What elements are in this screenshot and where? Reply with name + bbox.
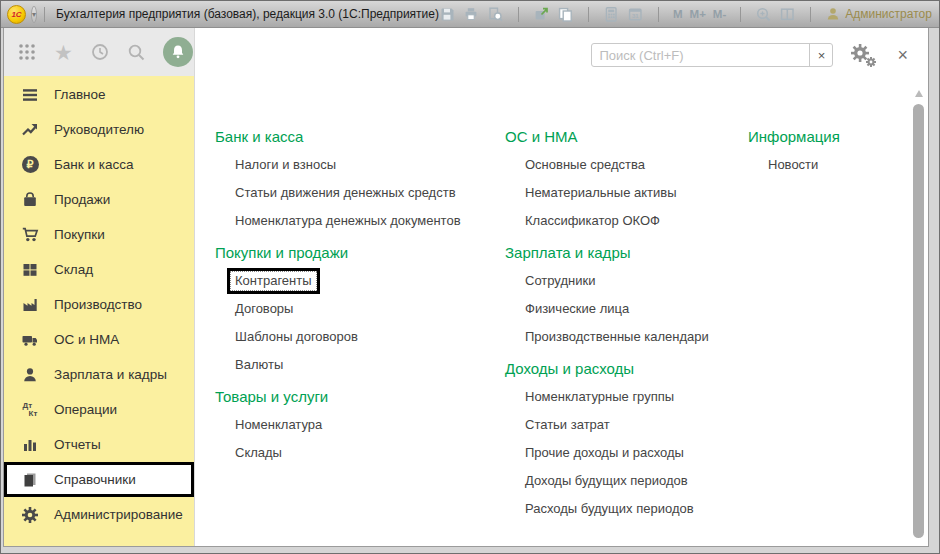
- section-title: Доходы и расходы: [505, 360, 748, 378]
- sidebar-item-label: Руководителю: [54, 122, 144, 137]
- print-icon[interactable]: [463, 6, 480, 23]
- window-title: Бухгалтерия предприятия (базовая), редак…: [56, 7, 439, 21]
- favorites-star-icon[interactable]: ★: [54, 42, 73, 63]
- content-link[interactable]: Валюты: [235, 357, 505, 373]
- sidebar-item-main[interactable]: Главное: [4, 77, 194, 112]
- sidebar-item-label: Банк и касса: [54, 157, 134, 172]
- sidebar-item-label: Отчеты: [54, 437, 101, 452]
- content-link[interactable]: Налоги и взносы: [235, 157, 505, 173]
- app-window: 1С ▾ Бухгалтерия предприятия (базовая), …: [0, 0, 940, 554]
- sidebar-item-bank-cash[interactable]: ₽ Банк и касса: [4, 147, 194, 182]
- bar-chart-icon: [20, 435, 40, 455]
- sidebar-item-administration[interactable]: Администрирование: [4, 497, 194, 532]
- left-panel: ★ Главное: [4, 28, 194, 546]
- memory-recall-button[interactable]: M: [673, 8, 683, 20]
- section-purchases-sales: Покупки и продажи Контрагенты Договоры Ш…: [215, 244, 505, 373]
- window-frame: ★ Главное: [1, 28, 939, 553]
- sidebar-item-operations[interactable]: ДтКт Операции: [4, 392, 194, 427]
- content-link[interactable]: Статьи движения денежных средств: [235, 185, 505, 201]
- sidebar-item-purchases[interactable]: Покупки: [4, 217, 194, 252]
- factory-icon: [20, 295, 40, 315]
- person-icon: [20, 365, 40, 385]
- content-link[interactable]: Склады: [235, 445, 505, 461]
- save-icon[interactable]: [439, 6, 456, 23]
- content-link[interactable]: Номенклатура: [235, 417, 505, 433]
- section-sidebar: Главное Руководителю ₽ Банк и касса Прод…: [4, 76, 194, 546]
- column-3: Информация Новости: [748, 128, 898, 546]
- book-icon: [20, 470, 40, 490]
- section-title: Покупки и продажи: [215, 244, 505, 262]
- section-payroll-hr: Зарплата и кадры Сотрудники Физические л…: [505, 244, 748, 345]
- batch-print-icon[interactable]: [557, 6, 574, 23]
- section-goods-services: Товары и услуги Номенклатура Склады: [215, 388, 505, 461]
- vertical-scrollbar: [912, 86, 925, 542]
- section-bank-cash: Банк и касса Налоги и взносы Статьи движ…: [215, 128, 505, 229]
- notifications-bell-icon[interactable]: [163, 37, 193, 67]
- kontragenty-link[interactable]: Контрагенты: [235, 273, 505, 289]
- 1c-logo-icon: 1С: [7, 5, 26, 24]
- current-user-button[interactable]: Администратор: [825, 6, 932, 22]
- sidebar-item-manager[interactable]: Руководителю: [4, 112, 194, 147]
- sidebar-item-directories[interactable]: Справочники: [4, 462, 194, 497]
- app-content: ★ Главное: [3, 28, 929, 547]
- section-income-expenses: Доходы и расходы Номенклатурные группы С…: [505, 360, 748, 517]
- content-link[interactable]: Физические лица: [525, 301, 748, 317]
- ruble-icon: ₽: [20, 155, 40, 175]
- search-icon[interactable]: [127, 43, 146, 62]
- shopping-bag-icon: [20, 190, 40, 210]
- divider: [588, 7, 589, 22]
- history-icon[interactable]: [90, 42, 110, 62]
- content-link[interactable]: Новости: [768, 157, 898, 173]
- content-link[interactable]: Шаблоны договоров: [235, 329, 505, 345]
- panel-close-button[interactable]: ×: [897, 46, 908, 64]
- split-window-icon[interactable]: [779, 6, 796, 23]
- sidebar-item-label: Продажи: [54, 192, 110, 207]
- calculator-icon[interactable]: [603, 6, 620, 23]
- sidebar-item-fixed-assets[interactable]: ОС и НМА: [4, 322, 194, 357]
- sidebar-item-reports[interactable]: Отчеты: [4, 427, 194, 462]
- content-link[interactable]: Номенклатурные группы: [525, 389, 748, 405]
- content-link[interactable]: Статьи затрат: [525, 417, 748, 433]
- column-2: ОС и НМА Основные средства Нематериальны…: [505, 128, 748, 546]
- scrollbar-thumb[interactable]: [913, 104, 924, 538]
- panel-toolbar: × ×: [195, 28, 928, 82]
- title-bar: 1С ▾ Бухгалтерия предприятия (базовая), …: [1, 1, 939, 28]
- apps-grid-icon[interactable]: [17, 42, 37, 62]
- memory-minus-button[interactable]: M-: [713, 8, 726, 20]
- print-preview-icon[interactable]: [487, 6, 504, 23]
- content-link[interactable]: Нематериальные активы: [525, 185, 748, 201]
- section-title: Товары и услуги: [215, 388, 505, 406]
- sidebar-item-label: Зарплата и кадры: [54, 367, 167, 382]
- menu-icon: [20, 85, 40, 105]
- scroll-up-arrow-icon[interactable]: [915, 86, 923, 97]
- system-menu-button[interactable]: ▾: [31, 6, 37, 23]
- content-link[interactable]: Расходы будущих периодов: [525, 501, 748, 517]
- send-icon[interactable]: [533, 6, 550, 23]
- search-clear-button[interactable]: ×: [809, 44, 832, 66]
- content-link[interactable]: Производственные календари: [525, 329, 748, 345]
- content-link[interactable]: Прочие доходы и расходы: [525, 445, 748, 461]
- content-link[interactable]: Номенклатура денежных документов: [235, 213, 505, 229]
- content-link[interactable]: Доходы будущих периодов: [525, 473, 748, 489]
- content-link[interactable]: Сотрудники: [525, 273, 748, 289]
- sidebar-item-payroll[interactable]: Зарплата и кадры: [4, 357, 194, 392]
- content-link[interactable]: Договоры: [235, 301, 505, 317]
- user-icon: [825, 6, 841, 22]
- section-title: Банк и касса: [215, 128, 505, 146]
- truck-icon: [20, 330, 40, 350]
- trend-icon: [20, 120, 40, 140]
- settings-gears-icon[interactable]: [849, 42, 879, 69]
- content-link[interactable]: Основные средства: [525, 157, 748, 173]
- column-1: Банк и касса Налоги и взносы Статьи движ…: [215, 128, 505, 546]
- search-input[interactable]: [592, 45, 809, 65]
- sidebar-item-warehouse[interactable]: Склад: [4, 252, 194, 287]
- sidebar-item-sales[interactable]: Продажи: [4, 182, 194, 217]
- zoom-icon[interactable]: [755, 6, 772, 23]
- sidebar-item-label: ОС и НМА: [54, 332, 119, 347]
- content-link[interactable]: Классификатор ОКОФ: [525, 213, 748, 229]
- user-name: Администратор: [845, 7, 932, 21]
- sidebar-item-production[interactable]: Производство: [4, 287, 194, 322]
- memory-plus-button[interactable]: M+: [690, 8, 706, 20]
- section-title: Зарплата и кадры: [505, 244, 748, 262]
- calendar-icon[interactable]: 31: [627, 6, 644, 23]
